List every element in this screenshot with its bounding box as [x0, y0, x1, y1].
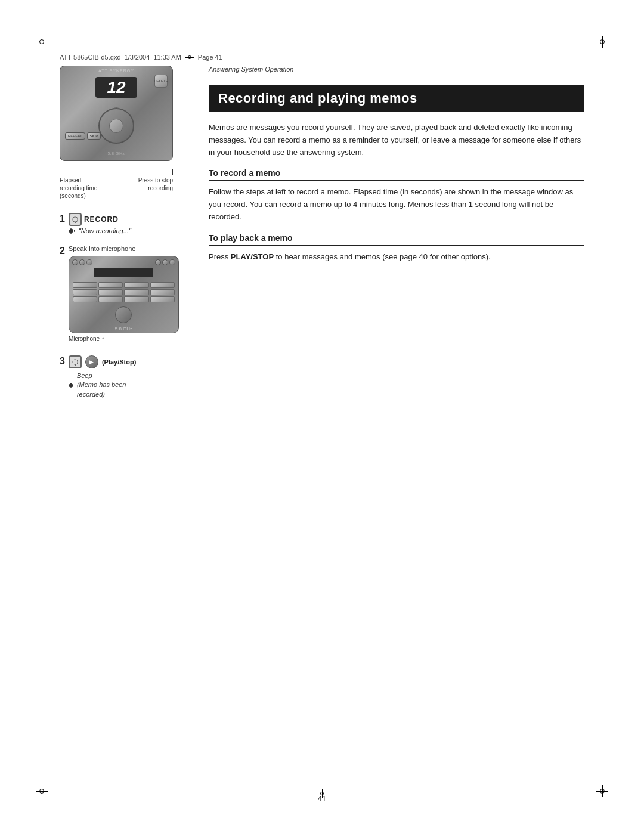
ph-key-12 [150, 296, 175, 302]
phone-image: _ [69, 256, 179, 333]
play-stop-button-icon: ▶ [85, 355, 98, 368]
step-3-icons: ▶ (Play/Stop) [69, 355, 136, 368]
step-1-content: RECORD "Now recording..." [69, 213, 131, 234]
phone-screen: _ [94, 268, 153, 277]
to-play-section: To play back a memo Press PLAY/STOP to h… [209, 233, 584, 264]
ph-btn-2 [79, 259, 85, 265]
svg-rect-0 [75, 222, 76, 223]
ph-btn-3 [86, 259, 92, 265]
record-icon-row: RECORD [69, 213, 131, 226]
ph-key-5 [73, 289, 97, 295]
device-nav-center [109, 119, 123, 133]
step-3-content: ▶ (Play/Stop) Beep (Memo has been record… [69, 355, 136, 399]
ph-key-8 [150, 289, 175, 295]
section-label: Answering System Operation [209, 66, 584, 73]
press-line [172, 169, 173, 175]
ph-btn-4 [155, 259, 161, 265]
device-delete-btn: DELETE [154, 75, 168, 88]
device-screen: 12 [95, 77, 137, 98]
phone-screen-text: _ [122, 271, 125, 275]
device-image: ATT SYNERGY ⏻ DELETE 12 REPEAT SKIP 5.8 … [60, 66, 173, 161]
speak-into-mic-text: Speak into microphone [69, 245, 179, 252]
ph-btn-5 [162, 259, 168, 265]
step-3-number: 3 [60, 356, 65, 367]
bottom-crosshair-inner [317, 789, 327, 798]
record-label: RECORD [84, 215, 119, 224]
play-stop-label: (Play/Stop) [102, 358, 136, 366]
phone-keypad [69, 280, 178, 305]
to-play-heading: To play back a memo [209, 233, 584, 246]
ph-key-2 [98, 282, 123, 288]
mic-arrow-icon: ↑ [101, 336, 104, 342]
phone-btn-group-right [155, 259, 175, 265]
beep-text: Beep (Memo has been recorded) [77, 371, 126, 399]
elapsed-line [60, 169, 60, 175]
phone-top-row [69, 256, 178, 265]
device-brand-label: ATT SYNERGY [98, 69, 134, 73]
phone-nav-ring [115, 306, 132, 323]
ph-key-7 [124, 289, 148, 295]
phone-btn-group-left [72, 259, 92, 265]
ph-key-9 [73, 296, 97, 302]
audio-waves [69, 228, 75, 234]
ph-key-11 [124, 296, 148, 302]
page-title: Recording and playing memos [209, 85, 584, 112]
ph-key-4 [150, 282, 175, 288]
step-2: 2 Speak into microphone [60, 245, 191, 342]
reg-mark-br [596, 785, 608, 797]
left-column: ATT SYNERGY ⏻ DELETE 12 REPEAT SKIP 5.8 … [60, 66, 191, 785]
step-2-content: Speak into microphone [69, 245, 179, 342]
step-3: 3 ▶ (Play/Stop) [60, 355, 191, 399]
page-label: Page 41 [198, 54, 222, 61]
ph-key-3 [124, 282, 148, 288]
intro-text: Memos are messages you record yourself. … [209, 122, 584, 159]
to-record-heading: To record a memo [209, 168, 584, 181]
page-content: ATT SYNERGY ⏻ DELETE 12 REPEAT SKIP 5.8 … [60, 66, 584, 785]
file-name: ATT-5865CIB-d5.qxd [60, 54, 121, 61]
step-1-number: 1 [60, 213, 65, 224]
microphone-label: Microphone ↑ [69, 336, 179, 342]
reg-mark-tr [596, 36, 608, 48]
ph-key-6 [98, 289, 123, 295]
press-label-group: Press to stoprecording [138, 169, 173, 200]
bottom-crosshair [317, 789, 327, 800]
device-skip-btn: SKIP [87, 132, 101, 140]
device-labels: Elapsedrecording time(seconds) Press to … [60, 169, 173, 200]
mic-text: Microphone [69, 336, 100, 342]
record-button-icon [69, 213, 82, 226]
to-play-prefix: Press [209, 252, 231, 261]
to-play-body: Press PLAY/STOP to hear messages and mem… [209, 251, 584, 264]
step-2-number: 2 [60, 246, 65, 256]
to-record-section: To record a memo Follow the steps at lef… [209, 168, 584, 223]
step-1: 1 RECORD [60, 213, 191, 234]
phone-bottom-label: 5.8 GHz [69, 325, 178, 333]
to-play-bold: PLAY/STOP [231, 252, 274, 261]
beep-indicator: Beep (Memo has been recorded) [69, 371, 136, 399]
to-play-suffix: to hear messages and memos (see page 40 … [274, 252, 490, 261]
device-nav-ring [98, 108, 134, 144]
now-recording-indicator: "Now recording..." [69, 227, 131, 234]
press-label: Press to stoprecording [138, 176, 173, 192]
ph-key-1 [73, 282, 97, 288]
ph-btn-1 [72, 259, 78, 265]
ph-btn-6 [169, 259, 175, 265]
beep-waves [69, 383, 73, 388]
now-recording-text: "Now recording..." [79, 227, 131, 234]
device-repeat-btn: REPEAT [65, 132, 85, 140]
step3-record-icon [69, 355, 82, 368]
right-column: Answering System Operation Recording and… [209, 66, 584, 785]
reg-mark-bl [36, 785, 48, 797]
reg-mark-tl [36, 36, 48, 48]
elapsed-label: Elapsedrecording time(seconds) [60, 176, 97, 200]
header-crosshair [185, 52, 194, 62]
to-record-body: Follow the steps at left to record a mem… [209, 186, 584, 223]
file-date: 1/3/2004 [125, 54, 150, 61]
file-time: 11:33 AM [153, 54, 181, 61]
ph-key-10 [98, 296, 123, 302]
elapsed-label-group: Elapsedrecording time(seconds) [60, 169, 97, 200]
device-bottom-label: 5.8 GHz [107, 151, 125, 156]
header-bar: ATT-5865CIB-d5.qxd 1/3/2004 11:33 AM Pag… [60, 52, 584, 62]
phone-nav-row [69, 305, 178, 325]
svg-rect-1 [75, 364, 76, 366]
